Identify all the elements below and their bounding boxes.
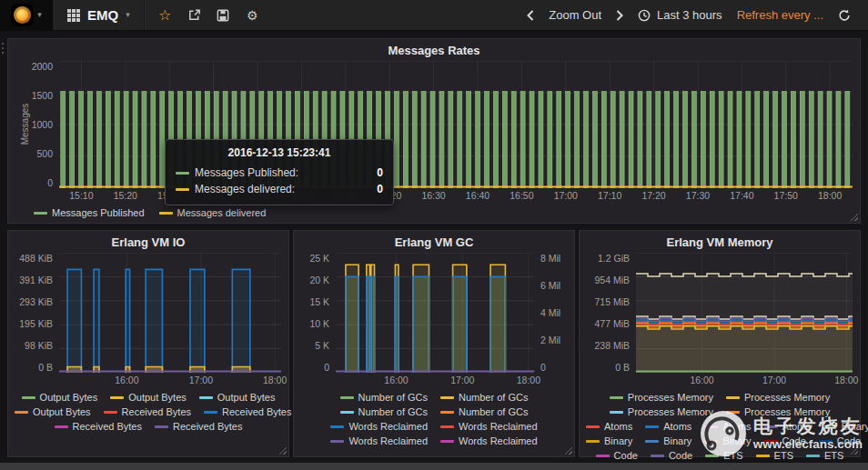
legend-series-dash: [586, 440, 600, 443]
y-axis-ticks: 1.2 GiB954 MiB715 MiB477 MiB238 MiB0 B: [587, 253, 636, 373]
tooltip-row: Messages delivered:0: [176, 181, 383, 197]
y-tick-label: 0: [540, 362, 546, 373]
legend-item[interactable]: Processes Memory: [726, 405, 830, 419]
settings-button[interactable]: ⚙: [239, 2, 266, 28]
y-axis-ticks-right: 8 Mil6 Mil4 Mil2 Mil0: [534, 253, 567, 373]
panel-title[interactable]: Erlang VM IO: [8, 234, 288, 251]
legend-item[interactable]: Words Reclaimed: [440, 434, 538, 448]
grafana-logo-icon: [11, 4, 34, 26]
y-tick-label: 1.2 GiB: [598, 253, 630, 264]
erlang-vm-gc-chart[interactable]: [336, 253, 534, 373]
legend-item[interactable]: Atoms: [586, 419, 632, 434]
panel-resize-grip[interactable]: [278, 446, 287, 455]
bottom-strip: [0, 463, 868, 470]
legend-item[interactable]: ETS: [756, 448, 793, 463]
chevron-down-icon: ▾: [126, 11, 130, 19]
legend-series-dash: [340, 396, 354, 399]
panel-title[interactable]: Messages Rates: [8, 42, 860, 59]
legend-item[interactable]: Output Bytes: [22, 390, 98, 405]
panel-erlang-vm-gc: Erlang VM GC 25 K20 K15 K10 K5 K0 16:001…: [293, 230, 575, 457]
legend-item[interactable]: Code: [651, 448, 692, 463]
legend-item[interactable]: Output Bytes: [15, 405, 91, 419]
legend-series-dash: [645, 425, 659, 428]
refresh-button[interactable]: [832, 5, 857, 25]
x-tick-label: 17:20: [641, 190, 665, 201]
star-button[interactable]: ☆: [152, 2, 178, 28]
x-tick-label: 15:20: [114, 190, 137, 201]
save-icon: [217, 9, 229, 22]
erlang-vm-io-chart[interactable]: [59, 253, 281, 373]
grafana-logo-menu[interactable]: ▾: [0, 0, 53, 30]
x-tick-label: 18:00: [263, 375, 287, 385]
zoom-out-back-button[interactable]: [520, 6, 540, 25]
x-tick-label: 18:00: [818, 190, 842, 201]
y-tick-label: 195 KiB: [19, 318, 53, 329]
legend-series-dash: [764, 440, 778, 443]
legend-item[interactable]: Binary: [704, 434, 751, 448]
legend-item[interactable]: Processes Memory: [726, 390, 830, 405]
time-range-button[interactable]: Last 3 hours: [631, 5, 729, 25]
legend-item[interactable]: Processes Memory: [610, 405, 713, 419]
dashboard-picker[interactable]: EMQ ▾: [54, 0, 144, 30]
y-tick-label: 1500: [32, 90, 53, 101]
legend-item[interactable]: Number of GCs: [440, 390, 528, 405]
x-tick-label: 16:00: [690, 375, 713, 385]
dashboard-grid-icon: [67, 9, 80, 22]
y-axis-label: Messages: [20, 104, 30, 145]
erlang-vm-memory-chart[interactable]: [636, 253, 853, 373]
legend-item[interactable]: ETS: [705, 448, 742, 463]
legend-series-dash: [199, 396, 213, 399]
legend-item[interactable]: Received Bytes: [55, 419, 142, 434]
legend-item[interactable]: Atoms: [704, 419, 751, 434]
panel-title[interactable]: Erlang VM Memory: [580, 234, 860, 251]
legend-item[interactable]: Code: [764, 434, 806, 448]
y-tick-label: 15 K: [309, 296, 329, 307]
legend-item[interactable]: Number of GCs: [340, 390, 428, 405]
zoom-out-forward-button[interactable]: [610, 6, 630, 25]
legend-item[interactable]: Binary: [586, 434, 632, 448]
legend-item[interactable]: Words Reclaimed: [330, 434, 428, 448]
chart-legend: Processes MemoryProcesses MemoryProcesse…: [580, 390, 860, 463]
y-tick-label: 477 MiB: [594, 318, 630, 329]
legend-series-dash: [610, 411, 623, 414]
refresh-interval-button[interactable]: Refresh every ...: [731, 5, 830, 25]
legend-series-dash: [104, 411, 117, 414]
legend-item[interactable]: Output Bytes: [110, 390, 187, 405]
legend-item[interactable]: Messages delivered: [159, 205, 267, 220]
legend-item[interactable]: Words Reclaimed: [330, 419, 428, 434]
save-button[interactable]: [210, 2, 237, 28]
x-tick-label: 17:40: [730, 190, 753, 201]
chart-legend: Messages PublishedMessages delivered: [8, 205, 860, 220]
legend-series-dash: [596, 455, 610, 457]
y-axis-ticks: 25 K20 K15 K10 K5 K0: [301, 253, 336, 373]
panel-title[interactable]: Erlang VM GC: [294, 234, 574, 251]
legend-item[interactable]: Received Bytes: [104, 405, 191, 419]
legend-item[interactable]: Number of GCs: [440, 405, 528, 419]
legend-item[interactable]: Words Reclaimed: [440, 419, 538, 434]
legend-item[interactable]: Output Bytes: [199, 390, 276, 405]
y-tick-label: 238 MiB: [594, 340, 630, 351]
legend-item[interactable]: Number of GCs: [340, 405, 428, 419]
legend-item[interactable]: Processes Memory: [610, 390, 713, 405]
x-tick-label: 16:00: [115, 375, 138, 385]
legend-item[interactable]: Atoms: [764, 419, 811, 434]
legend-item[interactable]: Code: [819, 434, 861, 448]
x-tick-label: 17:00: [450, 375, 474, 385]
legend-item[interactable]: Atoms: [645, 419, 691, 434]
legend-item[interactable]: ETS: [806, 448, 843, 463]
zoom-out-button[interactable]: Zoom Out: [542, 5, 608, 25]
legend-item[interactable]: Received Bytes: [204, 405, 291, 419]
legend-item[interactable]: Binary: [823, 419, 868, 434]
row-drag-handle[interactable]: [2, 43, 4, 54]
share-button[interactable]: [181, 2, 207, 28]
legend-series-dash: [330, 425, 344, 428]
y-tick-label: 5 K: [315, 340, 329, 351]
legend-item[interactable]: Messages Published: [34, 205, 145, 220]
chevron-right-icon: [616, 10, 623, 21]
legend-series-dash: [705, 455, 719, 457]
legend-series-dash: [726, 411, 740, 414]
legend-item[interactable]: Code: [596, 448, 638, 463]
legend-item[interactable]: Binary: [645, 434, 691, 448]
tooltip-timestamp: 2016-12-13 15:23:41: [176, 146, 383, 159]
legend-item[interactable]: Received Bytes: [155, 419, 242, 434]
